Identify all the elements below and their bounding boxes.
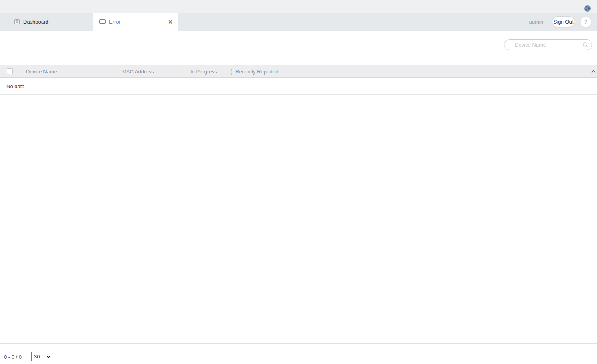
top-strip bbox=[0, 0, 597, 13]
search-icon[interactable] bbox=[583, 42, 589, 48]
column-separator bbox=[186, 68, 186, 75]
sort-ascending-icon[interactable] bbox=[591, 70, 596, 73]
dashboard-grid-icon bbox=[14, 19, 20, 24]
search-input[interactable] bbox=[504, 39, 592, 50]
app-window: Dashboard Error × admin Sign Out ? bbox=[0, 0, 597, 364]
column-header-recently-reported[interactable]: Recently Reported bbox=[235, 68, 279, 74]
globe-icon[interactable] bbox=[584, 5, 591, 12]
session-controls: admin Sign Out ? bbox=[529, 13, 591, 31]
tab-dashboard[interactable]: Dashboard bbox=[0, 13, 93, 31]
pagination-footer: 0 - 0 / 0 30 bbox=[0, 343, 597, 364]
column-header-in-progress[interactable]: In Progress bbox=[190, 68, 217, 74]
pagination-range: 0 - 0 / 0 bbox=[4, 354, 22, 360]
sign-out-button[interactable]: Sign Out bbox=[552, 16, 575, 27]
user-name: admin bbox=[529, 19, 543, 25]
table-empty-row: No data bbox=[0, 78, 597, 95]
select-all-checkbox[interactable] bbox=[7, 68, 13, 74]
column-separator bbox=[231, 68, 232, 75]
table-header: Device Name MAC Address In Progress Rece… bbox=[0, 65, 597, 78]
help-button[interactable]: ? bbox=[580, 16, 591, 28]
close-icon[interactable]: × bbox=[167, 18, 173, 25]
page-size-control: 30 bbox=[31, 352, 53, 361]
tab-error[interactable]: Error × bbox=[93, 13, 178, 31]
tab-bar: Dashboard Error × admin Sign Out ? bbox=[0, 13, 597, 31]
search-box bbox=[504, 39, 592, 50]
column-separator bbox=[118, 68, 118, 75]
page-size-select[interactable]: 30 bbox=[31, 352, 53, 361]
no-data-message: No data bbox=[6, 83, 25, 89]
column-header-device-name[interactable]: Device Name bbox=[26, 68, 57, 74]
column-header-mac-address[interactable]: MAC Address bbox=[122, 68, 154, 74]
tab-dashboard-label: Dashboard bbox=[23, 19, 49, 25]
tab-error-label: Error bbox=[109, 19, 121, 25]
monitor-icon bbox=[99, 19, 106, 25]
